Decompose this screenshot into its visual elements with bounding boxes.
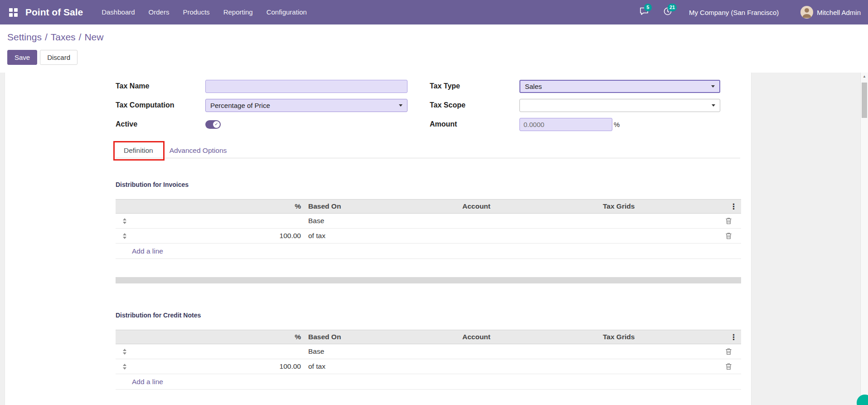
- active-label: Active: [116, 120, 205, 128]
- menu-products[interactable]: Products: [176, 0, 216, 24]
- vertical-scrollbar[interactable]: ▲ ▼: [860, 73, 868, 405]
- tax-form: Tax Name Tax Type Sales Tax Computation …: [116, 73, 740, 131]
- tax-type-value: Sales: [525, 83, 542, 90]
- cell-percent: 100.00: [134, 362, 304, 371]
- active-toggle[interactable]: ✓: [205, 120, 221, 129]
- invoices-table: % Based On Account Tax Grids ⋮ Base 10: [116, 199, 741, 259]
- screen: Point of Sale Dashboard Orders Products …: [0, 0, 868, 405]
- col-percent-header: %: [134, 333, 304, 341]
- top-navbar: Point of Sale Dashboard Orders Products …: [0, 0, 868, 24]
- col-based-on-header: Based On: [304, 202, 458, 210]
- save-button[interactable]: Save: [7, 50, 37, 65]
- discard-button[interactable]: Discard: [40, 50, 78, 65]
- amount-suffix: %: [614, 121, 620, 128]
- cell-based-on: Base: [304, 347, 458, 356]
- content-area: Tax Name Tax Type Sales Tax Computation …: [0, 73, 868, 405]
- col-tax-grids-header: Tax Grids: [598, 202, 707, 210]
- menu-dashboard[interactable]: Dashboard: [95, 0, 141, 24]
- tax-scope-label: Tax Scope: [430, 101, 519, 109]
- check-icon: ✓: [214, 122, 218, 127]
- apps-menu-button[interactable]: [7, 6, 19, 18]
- breadcrumb-separator: /: [45, 32, 48, 42]
- company-switcher[interactable]: My Company (San Francisco): [689, 9, 779, 16]
- add-line-link[interactable]: Add a line: [132, 378, 163, 386]
- control-panel-buttons: Save Discard: [7, 50, 861, 65]
- col-account-header: Account: [458, 333, 598, 341]
- scroll-up-arrow-icon[interactable]: ▲: [861, 73, 868, 80]
- amount-input[interactable]: [519, 118, 612, 131]
- delete-row-icon[interactable]: [725, 348, 732, 355]
- drag-handle-icon[interactable]: [123, 364, 126, 370]
- breadcrumb-separator: /: [79, 32, 82, 42]
- notebook-tabs: Definition Advanced Options: [116, 143, 740, 158]
- column-options-icon[interactable]: ⋮: [728, 202, 739, 211]
- user-menu[interactable]: Mitchell Admin: [800, 6, 861, 19]
- livechat-button[interactable]: [857, 395, 868, 405]
- credit-notes-row-tax[interactable]: 100.00 of tax: [116, 359, 741, 374]
- scrollbar-thumb[interactable]: [862, 83, 867, 118]
- chevron-down-icon: [399, 104, 402, 107]
- menu-configuration[interactable]: Configuration: [260, 0, 314, 24]
- drag-handle-icon[interactable]: [123, 218, 126, 224]
- invoices-table-header: % Based On Account Tax Grids ⋮: [116, 199, 741, 214]
- chevron-down-icon: [712, 104, 715, 107]
- app-name[interactable]: Point of Sale: [25, 7, 83, 18]
- col-based-on-header: Based On: [304, 333, 458, 341]
- cell-based-on: Base: [304, 217, 458, 225]
- cell-based-on: of tax: [304, 232, 458, 240]
- form-sheet: Tax Name Tax Type Sales Tax Computation …: [5, 73, 752, 405]
- tax-computation-select[interactable]: Percentage of Price: [205, 99, 407, 112]
- navbar-right: 5 21 My Company (San Francisco) Mitchell…: [626, 6, 861, 19]
- menu-reporting[interactable]: Reporting: [217, 0, 260, 24]
- col-tax-grids-header: Tax Grids: [598, 333, 707, 341]
- amount-label: Amount: [430, 120, 519, 128]
- tax-type-select[interactable]: Sales: [519, 80, 720, 93]
- tax-scope-select[interactable]: [519, 99, 720, 112]
- tab-advanced-options-label: Advanced Options: [170, 146, 227, 154]
- breadcrumb-taxes[interactable]: Taxes: [51, 32, 76, 42]
- delete-row-icon[interactable]: [725, 232, 732, 239]
- tax-type-label: Tax Type: [430, 82, 519, 90]
- col-account-header: Account: [458, 202, 598, 210]
- invoices-row-base[interactable]: Base: [116, 214, 741, 229]
- tab-definition[interactable]: Definition: [116, 143, 161, 158]
- cell-based-on: of tax: [304, 362, 458, 371]
- cell-percent: 100.00: [134, 232, 304, 240]
- messages-button[interactable]: 5: [638, 6, 650, 18]
- tab-advanced-options[interactable]: Advanced Options: [161, 143, 235, 158]
- breadcrumb: Settings/Taxes/New: [7, 31, 861, 44]
- tab-definition-label: Definition: [124, 146, 153, 154]
- tax-name-input[interactable]: [205, 80, 407, 93]
- credit-notes-table: % Based On Account Tax Grids ⋮ Base 10: [116, 330, 741, 390]
- chevron-down-icon: [711, 85, 715, 88]
- activities-button[interactable]: 21: [662, 6, 674, 18]
- credit-notes-table-header: % Based On Account Tax Grids ⋮: [116, 330, 741, 344]
- section-separator: [116, 277, 741, 283]
- delete-row-icon[interactable]: [725, 217, 732, 224]
- delete-row-icon[interactable]: [725, 363, 732, 370]
- tax-computation-value: Percentage of Price: [210, 102, 270, 109]
- messages-badge: 5: [644, 4, 652, 11]
- apps-grid-icon: [9, 8, 18, 17]
- breadcrumb-settings[interactable]: Settings: [7, 32, 42, 42]
- user-name: Mitchell Admin: [817, 9, 861, 16]
- breadcrumb-current: New: [84, 32, 103, 42]
- user-avatar: [800, 6, 813, 19]
- menu-orders[interactable]: Orders: [142, 0, 176, 24]
- tax-name-label: Tax Name: [116, 82, 205, 90]
- column-options-icon[interactable]: ⋮: [728, 332, 739, 342]
- drag-handle-icon[interactable]: [123, 349, 126, 355]
- col-percent-header: %: [134, 202, 304, 210]
- invoices-section-title: Distribution for Invoices: [116, 181, 740, 188]
- activities-badge: 21: [668, 4, 677, 11]
- main-menu: Dashboard Orders Products Reporting Conf…: [95, 0, 314, 24]
- credit-notes-section-title: Distribution for Credit Notes: [116, 312, 740, 319]
- toggle-knob: ✓: [213, 121, 220, 128]
- invoices-row-tax[interactable]: 100.00 of tax: [116, 229, 741, 244]
- control-panel: Settings/Taxes/New Save Discard: [0, 24, 868, 73]
- add-line-link[interactable]: Add a line: [132, 247, 163, 255]
- drag-handle-icon[interactable]: [123, 233, 126, 239]
- credit-notes-row-base[interactable]: Base: [116, 344, 741, 359]
- invoices-add-line-row: Add a line: [116, 244, 741, 259]
- tax-computation-label: Tax Computation: [116, 101, 205, 109]
